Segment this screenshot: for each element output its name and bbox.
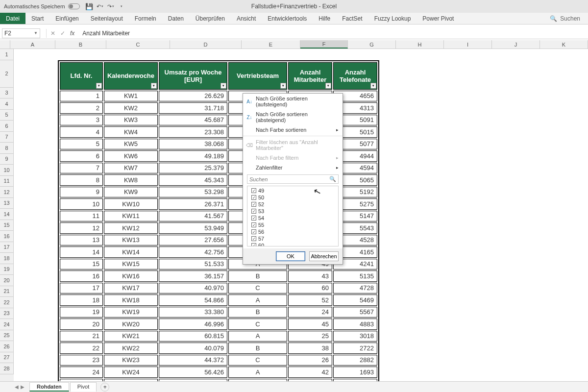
sort-color-item[interactable]: Nach Farbe sortieren ▸	[243, 125, 343, 135]
row-header[interactable]: 14	[0, 209, 14, 220]
cell[interactable]: KW21	[104, 331, 158, 342]
cell[interactable]: 2882	[333, 355, 377, 366]
cancel-button[interactable]: Abbrechen	[309, 251, 339, 261]
auto-save-toggle[interactable]: Automatisches Speichern	[4, 3, 80, 9]
cell[interactable]: 27.656	[159, 235, 227, 246]
cell[interactable]: B	[228, 307, 287, 318]
cell[interactable]: KW18	[104, 294, 158, 306]
cell[interactable]: KW2	[104, 102, 158, 114]
cell[interactable]: 3	[60, 115, 103, 126]
row-header[interactable]: 2	[0, 60, 14, 88]
col-header-K[interactable]: K	[540, 40, 588, 49]
cell[interactable]: 4	[60, 126, 103, 138]
row-header[interactable]: 24	[0, 319, 14, 330]
checkbox-icon[interactable]: ✓	[251, 243, 256, 246]
cell[interactable]: 16	[60, 270, 103, 282]
cell[interactable]: 13	[60, 235, 103, 246]
cell[interactable]: 2	[60, 102, 103, 114]
row-header[interactable]: 27	[0, 352, 14, 364]
col-header-D[interactable]: D	[170, 40, 242, 49]
ribbon-tab-fuzzy lookup[interactable]: Fuzzy Lookup	[368, 13, 417, 24]
cell[interactable]: 31.718	[159, 102, 227, 114]
cell[interactable]: KW13	[104, 235, 158, 246]
cell[interactable]: 26.629	[159, 91, 227, 102]
cell[interactable]: KW12	[104, 222, 158, 234]
ribbon-tab-einfügen[interactable]: Einfügen	[49, 13, 84, 24]
filter-button[interactable]: ▾	[220, 83, 226, 89]
cell[interactable]: 8	[60, 174, 103, 186]
cell[interactable]: 4883	[333, 318, 377, 330]
undo-icon[interactable]: ↶▾	[97, 3, 103, 10]
sheet-tab-pivot[interactable]: Pivot	[70, 382, 97, 392]
select-all-corner[interactable]	[0, 40, 10, 49]
checkbox-icon[interactable]: ✓	[251, 188, 256, 193]
row-header[interactable]: 9	[0, 154, 14, 165]
sheet-tab-rohdaten[interactable]: Rohdaten	[29, 382, 69, 392]
row-header[interactable]: 3	[0, 88, 14, 99]
filter-value-item[interactable]: ✓50	[248, 194, 337, 201]
cell[interactable]: KW16	[104, 270, 158, 282]
cell[interactable]: 42.756	[159, 246, 227, 258]
cell[interactable]: 25	[288, 331, 332, 342]
filter-value-item[interactable]: ✓52	[248, 201, 337, 208]
cell[interactable]: 41.567	[159, 211, 227, 222]
cell[interactable]: KW4	[104, 126, 158, 138]
checkbox-icon[interactable]: ✓	[251, 236, 256, 241]
row-header[interactable]: 26	[0, 341, 14, 352]
qat-customize-icon[interactable]: ▾	[118, 3, 125, 10]
sheet-nav-next-icon[interactable]: ▶	[21, 384, 24, 390]
filter-button[interactable]: ▾	[151, 83, 157, 89]
cell[interactable]: 26.371	[159, 198, 227, 210]
cell[interactable]: 51.533	[159, 259, 227, 270]
cell[interactable]: KW14	[104, 246, 158, 258]
cell[interactable]: 40.970	[159, 283, 227, 294]
checkbox-icon[interactable]: ✓	[251, 195, 256, 200]
col-header-E[interactable]: E	[242, 40, 300, 49]
filter-values-list[interactable]: ✓49✓50✓52✓53✓54✓55✓56✓57✓60	[247, 186, 339, 246]
fx-icon[interactable]: fx	[70, 30, 74, 37]
cell[interactable]: KW24	[104, 367, 158, 378]
cell[interactable]: KW20	[104, 318, 158, 330]
col-header-A[interactable]: A	[10, 40, 55, 49]
cell[interactable]: A	[228, 294, 287, 306]
cell[interactable]: 53.949	[159, 222, 227, 234]
col-header-I[interactable]: I	[444, 40, 492, 49]
ribbon-tab-start[interactable]: Start	[25, 13, 49, 24]
row-header[interactable]: 4	[0, 98, 14, 110]
cell[interactable]: C	[228, 283, 287, 294]
ribbon-tab-factset[interactable]: FactSet	[336, 13, 368, 24]
row-header[interactable]: 12	[0, 187, 14, 198]
cell[interactable]: 1	[60, 91, 103, 102]
checkbox-icon[interactable]: ✓	[251, 216, 256, 220]
cell[interactable]: 5469	[333, 294, 377, 306]
cell[interactable]: C	[228, 318, 287, 330]
cell[interactable]: KW23	[104, 355, 158, 366]
cell[interactable]: 7	[60, 163, 103, 174]
ribbon-tab-daten[interactable]: Daten	[162, 13, 190, 24]
cell[interactable]: 20	[60, 318, 103, 330]
ribbon-tab-datei[interactable]: Datei	[0, 13, 25, 24]
ribbon-tab-überprüfen[interactable]: Überprüfen	[190, 13, 231, 24]
cell[interactable]: 4728	[333, 283, 377, 294]
col-header-J[interactable]: J	[492, 40, 540, 49]
filter-search[interactable]: 🔍	[247, 174, 339, 184]
col-header-C[interactable]: C	[106, 40, 170, 49]
filter-value-item[interactable]: ✓57	[248, 235, 337, 242]
cell[interactable]: KW15	[104, 259, 158, 270]
col-header-B[interactable]: B	[55, 40, 106, 49]
cell[interactable]: 5135	[333, 270, 377, 282]
filter-value-item[interactable]: ✓55	[248, 221, 337, 228]
ribbon-tab-power pivot[interactable]: Power Pivot	[416, 13, 460, 24]
row-header[interactable]: 28	[0, 363, 14, 374]
sort-asc-item[interactable]: A↓ Nach Größe sortieren (aufsteigend)	[243, 94, 343, 109]
cell[interactable]: 5567	[333, 307, 377, 318]
cell[interactable]: KW19	[104, 307, 158, 318]
cell[interactable]: 60.815	[159, 331, 227, 342]
formula-input[interactable]: Anzahl Mitarbeiter	[79, 30, 588, 37]
checkbox-icon[interactable]: ✓	[251, 202, 256, 207]
filter-button[interactable]: ▾	[370, 83, 376, 89]
ribbon-tab-seitenlayout[interactable]: Seitenlayout	[85, 13, 129, 24]
cell[interactable]: 5	[60, 139, 103, 150]
cell[interactable]: 18	[60, 294, 103, 306]
ribbon-tab-entwicklertools[interactable]: Entwicklertools	[262, 13, 313, 24]
